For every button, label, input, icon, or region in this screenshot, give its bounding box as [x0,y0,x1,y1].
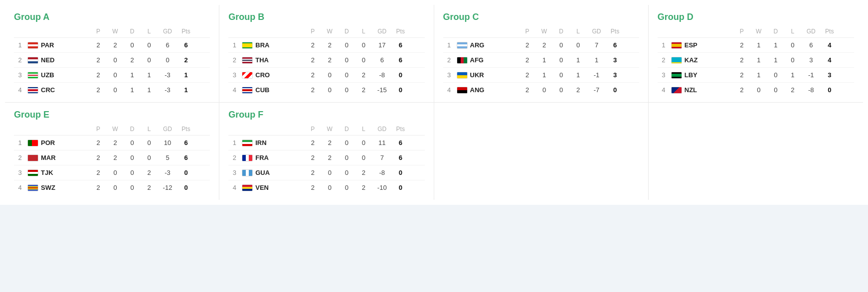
stat-l: 0 [355,41,372,49]
stat-d: 0 [124,184,141,191]
table-row: 2AFG210113 [443,53,639,68]
stat-gd: 1 [587,56,607,64]
stat-pts: 0 [821,86,838,94]
stat-pts: 6 [177,41,194,49]
stat-d: 0 [124,41,141,49]
row-position: 2 [14,154,26,161]
table-row: 3LBY2101-13 [658,68,854,83]
team-name: CUB [254,86,304,94]
stat-pts: 4 [821,41,838,49]
stat-p: 2 [304,169,321,176]
stat-pts: 6 [607,41,624,49]
flag-afg [457,57,468,64]
stat-l: 0 [355,154,372,161]
team-name: PAR [40,41,90,49]
stat-w: 1 [750,56,767,64]
stat-d: 0 [338,56,355,64]
stat-p: 2 [519,56,536,64]
flag-ned [27,57,38,64]
table-row: 1BRA2200176 [228,38,424,53]
stat-l: 2 [355,86,372,94]
team-name: FRA [254,154,304,161]
team-name: UKR [469,71,519,79]
row-position: 2 [658,56,670,64]
row-position: 4 [228,86,240,94]
row-position: 1 [14,139,26,146]
team-name: ESP [684,41,733,49]
stat-l: 2 [784,86,801,94]
team-name: CRO [254,71,304,79]
stat-p: 2 [304,41,321,49]
flag-uzb [27,72,38,79]
stat-w: 2 [321,154,338,161]
stat-w: 2 [536,41,553,49]
group-E-section: Group EPWDLGDPts1POR22001062MAR2200563TJ… [5,103,219,200]
team-name: TJK [40,169,90,176]
stat-w: 0 [107,56,124,64]
stat-l: 1 [570,71,587,79]
stat-pts: 2 [177,56,194,64]
stat-d: 0 [124,154,141,161]
stat-gd: -12 [158,184,177,191]
flag-irn [242,140,253,146]
flag-ukr [457,72,468,79]
stat-gd: -3 [158,86,177,94]
row-position: 2 [14,56,26,64]
stat-pts: 3 [607,56,624,64]
team-name: VEN [254,184,304,191]
table-row: 3UZB2011-31 [14,68,210,83]
group-A-section: Group APWDLGDPts1PAR2200662NED2020023UZB… [5,5,219,103]
team-name: THA [254,56,304,64]
stat-d: 0 [553,56,570,64]
stat-gd: 6 [158,41,177,49]
stat-p: 2 [519,71,536,79]
table-row: 2FRA220076 [228,150,424,165]
stat-pts: 3 [607,71,624,79]
stat-p: 2 [304,154,321,161]
table-row: 3GUA2002-80 [228,165,424,180]
table-row: 4VEN2002-100 [228,180,424,195]
stat-l: 1 [141,86,158,94]
stat-w: 2 [107,139,124,146]
team-name: POR [40,139,90,146]
flag-cro [242,72,253,79]
flag-ven [242,184,253,191]
stat-gd: -7 [587,86,607,94]
table-row: 4NZL2002-80 [658,83,854,97]
stat-d: 0 [338,41,355,49]
team-name: UZB [40,71,90,79]
row-position: 1 [658,41,670,49]
stat-l: 0 [355,139,372,146]
group-A-title: Group A [14,12,210,22]
stat-gd: 3 [801,56,821,64]
flag-mar [27,154,38,161]
flag-bra [242,42,253,49]
row-position: 1 [14,41,26,49]
stat-w: 1 [536,71,553,79]
stat-d: 0 [553,41,570,49]
stat-w: 0 [107,71,124,79]
table-row: 4CUB2002-150 [228,83,424,97]
stat-w: 0 [536,86,553,94]
stat-w: 0 [321,71,338,79]
team-name: GUA [254,169,304,176]
stat-d: 1 [124,86,141,94]
table-row: 3CRO2002-80 [228,68,424,83]
team-name: LBY [684,71,733,79]
team-name: IRN [254,139,304,146]
stat-gd: -1 [587,71,607,79]
row-position: 3 [14,71,26,79]
stat-w: 0 [750,86,767,94]
stat-d: 0 [338,184,355,191]
stat-pts: 6 [177,154,194,161]
flag-par [27,42,38,49]
stat-pts: 0 [392,169,409,176]
stat-p: 2 [90,56,107,64]
table-row: 2KAZ211034 [658,53,854,68]
table-row: 1PAR220066 [14,38,210,53]
group-D-section: Group DPWDLGDPts1ESP2110642KAZ2110343LBY… [649,5,863,103]
stat-d: 0 [338,139,355,146]
stat-d: 0 [553,86,570,94]
stat-gd: -3 [158,71,177,79]
stat-d: 1 [767,56,784,64]
